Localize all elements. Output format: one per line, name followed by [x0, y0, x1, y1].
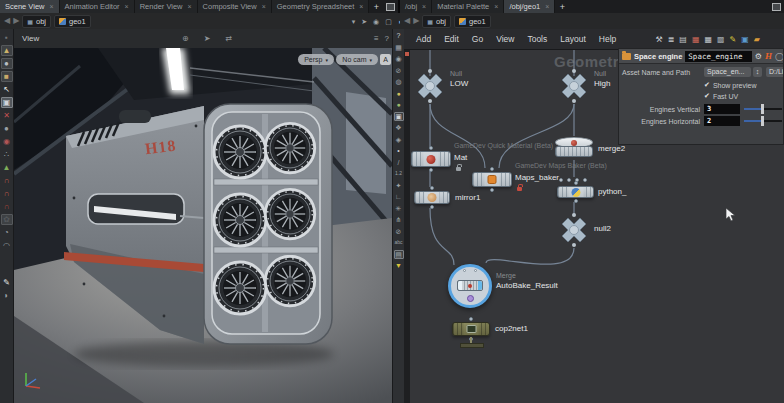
engines-horizontal-slider[interactable]: [744, 116, 782, 126]
asset-path-button[interactable]: D:/Li: [766, 67, 784, 77]
node-python[interactable]: [557, 186, 594, 198]
viewport-help-icon[interactable]: ?: [385, 34, 389, 43]
wireframe-icon[interactable]: ◈: [394, 135, 404, 144]
headlight-icon[interactable]: ●: [394, 89, 404, 98]
orbit-tool-icon[interactable]: ◔: [1, 227, 13, 238]
pane-maximize-icon[interactable]: [386, 3, 395, 11]
menu-help[interactable]: Help: [599, 35, 616, 44]
brush-icon[interactable]: ✎: [1, 277, 13, 288]
move-mode-icon[interactable]: ⇄: [225, 34, 232, 43]
net-tree-icon[interactable]: ≣: [668, 35, 675, 44]
close-tab-icon[interactable]: ×: [422, 3, 426, 10]
node-null-low[interactable]: [415, 68, 445, 108]
handles-icon[interactable]: ➤: [204, 34, 211, 43]
flower-tool-icon[interactable]: ✿: [1, 214, 13, 225]
node-maps-baker[interactable]: [472, 172, 512, 187]
hand-tool-icon[interactable]: ✦: [394, 181, 404, 190]
recook-icon[interactable]: ◯: [775, 52, 784, 61]
magnet-strong-icon[interactable]: ∩: [1, 201, 13, 212]
uv-overlay-icon[interactable]: 1.2: [394, 169, 404, 178]
pane-maximize-icon[interactable]: [772, 3, 781, 11]
cube-display-icon[interactable]: ▢: [385, 18, 392, 25]
radial-menu-icon[interactable]: ◉: [373, 18, 379, 25]
new-tab-button[interactable]: +: [369, 0, 383, 13]
back-icon[interactable]: ◀: [4, 17, 10, 25]
snapshot-toggle[interactable]: A: [380, 54, 391, 65]
visibility-icon[interactable]: ⊘: [394, 227, 404, 236]
pane-tab[interactable]: Render View ×: [135, 0, 198, 13]
scene-viewport[interactable]: H18: [14, 48, 392, 403]
normal-marker-icon[interactable]: /: [394, 158, 404, 167]
pane-tab[interactable]: Material Palette ×: [432, 0, 504, 13]
breadcrumb-obj[interactable]: ▦ obj: [22, 15, 51, 28]
breadcrumb-geo1[interactable]: geo1: [454, 15, 491, 28]
menu-go[interactable]: Go: [472, 35, 483, 44]
normal-lights-icon[interactable]: ●: [394, 100, 404, 109]
snap-frame-icon[interactable]: ✳: [394, 204, 404, 213]
menu-view[interactable]: View: [496, 35, 514, 44]
sphere-tool-icon[interactable]: ●: [1, 123, 13, 134]
menu-layout[interactable]: Layout: [560, 35, 586, 44]
scatter-tool-icon[interactable]: ∴: [1, 149, 13, 160]
menu-add[interactable]: Add: [416, 35, 431, 44]
back-icon[interactable]: ◀: [404, 17, 410, 25]
path-caret-icon[interactable]: ▾: [352, 18, 356, 25]
menu-edit[interactable]: Edit: [444, 35, 459, 44]
forward-icon[interactable]: ▶: [13, 17, 19, 25]
pin-icon[interactable]: ▼: [394, 261, 404, 270]
node-name-field[interactable]: Space_engine: [685, 51, 752, 62]
fast-uv-checkbox[interactable]: ✔ Fast UV: [704, 92, 738, 100]
menu-tools[interactable]: Tools: [527, 35, 547, 44]
snapshot-icon[interactable]: ▤: [394, 250, 404, 259]
engines-vertical-value[interactable]: 3: [704, 104, 740, 114]
point-marker-icon[interactable]: •: [394, 146, 404, 155]
tool-sphere-icon[interactable]: ●: [1, 58, 13, 69]
tool-cone-icon[interactable]: ▲: [1, 45, 13, 56]
net-minimap-icon[interactable]: ▩: [717, 35, 725, 44]
projection-selector[interactable]: Persp ▾: [298, 54, 334, 65]
image-plane-icon[interactable]: ▦: [394, 43, 404, 52]
lock-handle-icon[interactable]: ▣: [1, 97, 13, 108]
breadcrumb-obj[interactable]: ▦ obj: [422, 15, 451, 28]
pane-tab[interactable]: Animation Editor ×: [60, 0, 135, 13]
pin-path-icon[interactable]: ➤: [361, 18, 367, 25]
close-tab-icon[interactable]: ×: [49, 3, 53, 10]
show-preview-checkbox[interactable]: ✔ Show preview: [704, 81, 756, 89]
dome-tool-icon[interactable]: ◠: [1, 240, 13, 251]
net-folder-icon[interactable]: ▰: [754, 35, 760, 44]
magnet-weak-icon[interactable]: ∩: [1, 175, 13, 186]
close-tab-icon[interactable]: ×: [262, 3, 266, 10]
pane-tab[interactable]: /obj ×: [400, 0, 432, 13]
pane-tab[interactable]: /obj/geo1 ×: [504, 0, 555, 13]
close-tab-icon[interactable]: ×: [545, 3, 549, 10]
net-colorgrid-icon[interactable]: ▦: [692, 35, 700, 44]
gear-icon[interactable]: ⚙: [755, 52, 762, 61]
display-options-icon[interactable]: ≡: [374, 34, 379, 43]
pane-tab[interactable]: Composite View ×: [198, 0, 272, 13]
net-notes-icon[interactable]: ✎: [730, 35, 737, 44]
help-icon[interactable]: ?: [394, 31, 404, 40]
shade-mode-icon[interactable]: ❖: [394, 123, 404, 132]
text-overlay-icon[interactable]: abc: [394, 238, 404, 247]
select-mode-icon[interactable]: ⊕: [182, 34, 189, 43]
node-mat[interactable]: [411, 151, 451, 167]
breadcrumb-geo1[interactable]: geo1: [54, 15, 91, 28]
grid-corner-icon[interactable]: ∟: [394, 192, 404, 201]
new-tab-button[interactable]: +: [555, 0, 569, 13]
camera-selector[interactable]: No cam ▾: [336, 54, 378, 65]
tool-box-icon[interactable]: ■: [1, 71, 13, 82]
pane-handle-icon[interactable]: ▪: [1, 32, 13, 43]
magnet-mid-icon[interactable]: ∩: [1, 188, 13, 199]
engines-horizontal-value[interactable]: 2: [704, 116, 740, 126]
high-quality-icon[interactable]: ▣: [394, 112, 404, 121]
group-select-icon[interactable]: ⋔: [394, 215, 404, 224]
close-tab-icon[interactable]: ×: [494, 3, 498, 10]
tree-tool-icon[interactable]: ▲: [1, 162, 13, 173]
node-null2[interactable]: [559, 212, 589, 252]
net-bgimage-icon[interactable]: ▣: [741, 35, 749, 44]
asset-stepper[interactable]: ↕: [753, 67, 762, 77]
net-list-icon[interactable]: ▤: [679, 35, 687, 44]
asset-name-dropdown[interactable]: Space_en...: [704, 67, 751, 77]
node-cop2net1[interactable]: [452, 322, 490, 336]
globe-icon[interactable]: ◍: [394, 77, 404, 86]
